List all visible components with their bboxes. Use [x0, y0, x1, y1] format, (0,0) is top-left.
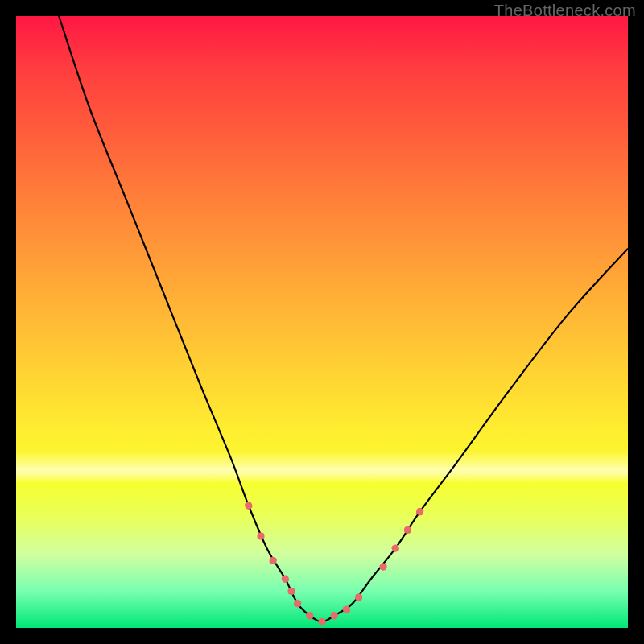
marker-point [281, 575, 290, 584]
marker-point [319, 618, 326, 625]
marker-point [378, 562, 387, 571]
marker-point [244, 501, 253, 510]
chart-frame [16, 16, 628, 628]
bottleneck-curve-path [59, 16, 628, 621]
marker-point [258, 533, 265, 540]
marker-point [355, 594, 362, 601]
marker-point [330, 611, 339, 620]
marker-point [404, 526, 411, 534]
marker-point [288, 588, 295, 595]
marker-group [244, 501, 424, 625]
chart-svg [16, 16, 628, 628]
